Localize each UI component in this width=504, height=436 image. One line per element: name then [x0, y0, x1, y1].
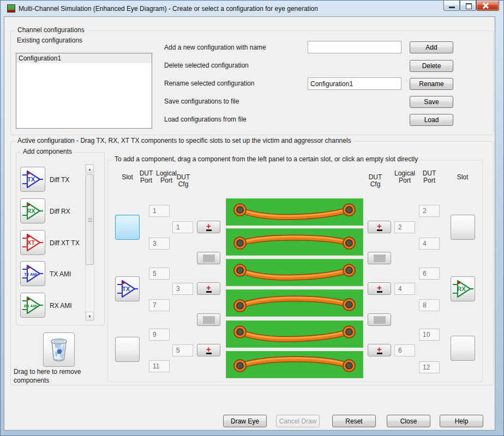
dut-port-field[interactable]: 6 — [419, 268, 440, 280]
scrollbar-thumb[interactable] — [86, 174, 94, 265]
component-diff-tx-label: Diff TX — [50, 176, 69, 184]
svg-text:RX AMI: RX AMI — [24, 304, 37, 308]
rename-config-input[interactable] — [308, 77, 401, 90]
draw-eye-button[interactable]: Draw Eye — [223, 415, 267, 427]
slot-right-1-empty[interactable] — [451, 215, 475, 240]
rename-config-label: Rename selected configuration — [164, 80, 254, 87]
svg-text:XT: XT — [27, 239, 35, 246]
component-diff-xt-tx-label: Diff XT TX — [50, 239, 80, 247]
reset-button[interactable]: Reset — [332, 415, 376, 427]
channel-graphic-6 — [226, 351, 363, 378]
component-diff-rx-button[interactable]: RX — [20, 198, 45, 223]
channel-graphic-3 — [226, 259, 363, 286]
close-dialog-button[interactable]: Close — [387, 415, 430, 427]
add-components-label: Add components — [21, 148, 74, 155]
svg-text:RX: RX — [27, 208, 35, 214]
diff-rx-icon: RX — [452, 278, 474, 300]
logical-port-field[interactable]: 3 — [172, 283, 193, 295]
diff-rx-icon: RX — [22, 200, 44, 222]
minimize-icon — [449, 7, 455, 8]
configurations-listbox[interactable]: Configuration1 — [16, 53, 152, 129]
dut-cfg-button[interactable]: + — [368, 221, 391, 233]
load-button[interactable]: Load — [410, 114, 453, 126]
existing-configurations-label: Existing configurations — [17, 37, 82, 44]
components-scrollbar[interactable]: ▲ ▼ — [85, 164, 94, 321]
minimize-button[interactable] — [443, 1, 460, 11]
slot-right-3-empty[interactable] — [451, 336, 475, 361]
add-button[interactable]: Add — [410, 41, 453, 53]
dut-port-field[interactable]: 2 — [419, 205, 440, 217]
header-dut-cfg-right: DUT Cfg — [363, 174, 388, 188]
svg-text:TX AMI: TX AMI — [24, 272, 37, 276]
scroll-up-icon[interactable]: ▲ — [86, 165, 94, 173]
svg-text:TX: TX — [122, 286, 130, 292]
logical-port-field[interactable]: 1 — [172, 221, 193, 233]
dut-cfg-button[interactable]: + — [197, 282, 220, 295]
component-diff-rx-label: Diff RX — [50, 208, 70, 215]
logical-port-field[interactable]: 2 — [394, 221, 415, 233]
dut-port-field[interactable]: 7 — [149, 299, 170, 311]
header-dut-cfg-left: DUT Cfg — [171, 174, 196, 188]
app-icon — [7, 4, 15, 13]
title-bar[interactable]: Multi-Channel Simulation (Enhanced Eye D… — [1, 1, 503, 16]
component-rx-ami-button[interactable]: RX AMI — [20, 293, 45, 318]
dut-port-field[interactable]: 8 — [419, 299, 440, 311]
maximize-button[interactable] — [460, 1, 476, 11]
cancel-draw-button: Cancel Draw — [276, 415, 320, 427]
dut-cfg-button-disabled — [368, 313, 391, 326]
logical-port-field[interactable]: 4 — [394, 283, 415, 295]
rx-ami-icon: RX AMI — [22, 294, 44, 316]
logical-port-field[interactable]: 5 — [172, 344, 193, 356]
load-config-label: Load configurations from file — [164, 116, 247, 123]
maximize-icon — [466, 3, 472, 9]
slot-right-2-diff-rx[interactable]: RX — [451, 276, 475, 301]
dut-cfg-button-disabled — [197, 313, 220, 326]
blank-icon — [374, 255, 386, 262]
save-button[interactable]: Save — [410, 96, 453, 108]
component-diff-tx-button[interactable]: TX — [20, 167, 45, 192]
blank-icon — [203, 316, 215, 324]
plus-minus-icon: + — [206, 284, 211, 290]
plus-minus-icon: + — [377, 346, 382, 352]
configuration-list-item[interactable]: Configuration1 — [16, 53, 152, 63]
close-button[interactable] — [476, 1, 499, 11]
dut-port-field[interactable]: 4 — [419, 238, 440, 250]
header-slot-right: Slot — [449, 174, 476, 181]
new-config-name-input[interactable] — [308, 41, 401, 53]
dut-port-field[interactable]: 1 — [149, 205, 170, 217]
dut-port-field[interactable]: 11 — [149, 360, 170, 372]
channel-graphic-4 — [226, 289, 363, 317]
trash-label-line1: Drag to here to remove — [14, 368, 81, 376]
header-dut-port-right: DUTPort — [418, 170, 440, 184]
window-title: Multi-Channel Simulation (Enhanced Eye D… — [19, 5, 318, 13]
slot-left-1-selected[interactable] — [115, 215, 140, 240]
dut-port-field[interactable]: 5 — [149, 268, 170, 280]
dut-cfg-button[interactable]: + — [368, 344, 391, 356]
dut-port-field[interactable]: 12 — [419, 361, 440, 373]
tx-ami-icon: TX AMI — [22, 263, 44, 284]
component-diff-xt-tx-button[interactable]: XT — [20, 230, 45, 255]
trash-label-line2: components — [14, 377, 49, 384]
dut-cfg-button[interactable]: + — [197, 221, 220, 233]
rename-button[interactable]: Rename — [410, 78, 453, 90]
dut-port-field[interactable]: 9 — [149, 329, 170, 341]
slot-left-2-diff-tx[interactable]: TX — [115, 276, 140, 301]
blank-icon — [203, 255, 215, 262]
trash-drop-target[interactable] — [43, 332, 75, 367]
delete-button[interactable]: Delete — [410, 60, 453, 72]
help-button[interactable]: Help — [440, 415, 483, 427]
slot-left-3-empty[interactable] — [115, 337, 140, 362]
component-rx-ami-label: RX AMI — [50, 302, 72, 310]
scroll-down-icon[interactable]: ▼ — [86, 312, 94, 320]
dut-cfg-button[interactable]: + — [197, 344, 220, 356]
diff-xt-tx-icon: XT — [22, 232, 44, 253]
slots-panel-instruction: To add a component, drag a component fro… — [112, 155, 420, 163]
dut-port-field[interactable]: 3 — [149, 238, 170, 250]
component-tx-ami-button[interactable]: TX AMI — [20, 261, 45, 286]
plus-minus-icon: + — [206, 346, 211, 352]
save-config-label: Save configurations to file — [164, 98, 239, 105]
dut-cfg-button[interactable]: + — [368, 282, 391, 295]
channel-graphic-2 — [226, 228, 363, 256]
dut-port-field[interactable]: 10 — [419, 329, 440, 341]
logical-port-field[interactable]: 6 — [394, 344, 415, 356]
